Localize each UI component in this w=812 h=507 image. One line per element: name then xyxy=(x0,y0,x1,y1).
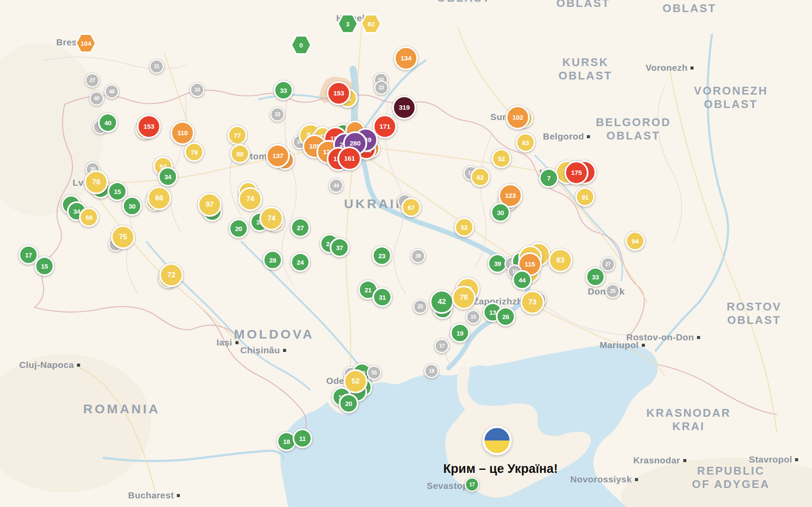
station-marker[interactable]: 74 xyxy=(238,187,262,211)
station-marker[interactable]: 161 xyxy=(337,146,362,171)
station-marker[interactable]: 153 xyxy=(327,81,351,105)
station-marker[interactable]: 73 xyxy=(520,290,544,314)
station-marker[interactable]: 3 xyxy=(337,13,359,35)
station-marker[interactable]: 80 xyxy=(230,144,250,164)
station-marker[interactable]: 30 xyxy=(122,196,142,216)
station-marker[interactable]: 10 xyxy=(190,82,205,97)
station-marker[interactable]: 20 xyxy=(339,393,359,413)
station-marker[interactable]: 55 xyxy=(367,365,381,380)
station-marker[interactable]: 15 xyxy=(466,310,481,324)
markers-layer: 1043127104040401531103820333350221344115… xyxy=(0,0,812,507)
station-marker[interactable]: 78 xyxy=(84,170,108,194)
station-marker[interactable]: 82 xyxy=(360,13,382,35)
station-marker[interactable]: 66 xyxy=(147,186,171,210)
station-marker[interactable]: 33 xyxy=(585,267,605,287)
station-marker[interactable]: 79 xyxy=(184,142,204,162)
station-marker[interactable]: 102 xyxy=(506,105,530,130)
crimea-slogan: Крим – це Україна! xyxy=(443,462,558,476)
station-marker[interactable]: 72 xyxy=(159,263,183,287)
station-marker[interactable]: 25 xyxy=(605,284,620,298)
station-marker[interactable]: 63 xyxy=(516,133,535,152)
station-marker[interactable]: 74 xyxy=(259,206,283,231)
station-marker[interactable]: 31 xyxy=(149,59,164,74)
station-marker[interactable]: 42 xyxy=(430,290,454,314)
station-marker[interactable]: 319 xyxy=(392,95,416,120)
station-marker[interactable]: 27 xyxy=(290,218,310,238)
station-marker[interactable]: 104 xyxy=(75,32,97,54)
station-marker[interactable]: 110 xyxy=(170,121,195,145)
station-marker[interactable]: 37 xyxy=(330,238,349,257)
station-marker[interactable]: 28 xyxy=(263,250,283,270)
station-marker[interactable]: 18 xyxy=(424,364,439,378)
air-quality-map[interactable]: OBLASTOBLASTLIPETSK OBLASTKURSK OBLASTVO… xyxy=(0,0,812,507)
ukraine-flag-marker[interactable] xyxy=(482,426,512,455)
station-marker[interactable]: 7 xyxy=(539,168,559,188)
station-marker[interactable]: 94 xyxy=(625,231,645,251)
station-marker[interactable]: 15 xyxy=(35,256,54,276)
station-marker[interactable]: 17 xyxy=(434,339,449,353)
station-marker[interactable]: 44 xyxy=(512,270,532,290)
station-marker[interactable]: 63 xyxy=(548,248,573,273)
station-marker[interactable]: 52 xyxy=(491,149,511,168)
station-marker[interactable]: 33 xyxy=(274,80,293,100)
station-marker[interactable]: 153 xyxy=(137,114,161,139)
station-marker[interactable]: 175 xyxy=(564,161,589,185)
station-marker[interactable]: 19 xyxy=(450,323,470,343)
station-marker[interactable]: 40 xyxy=(89,91,104,106)
station-marker[interactable]: 134 xyxy=(394,46,418,70)
station-marker[interactable]: 67 xyxy=(401,197,421,217)
station-marker[interactable]: 31 xyxy=(372,287,392,307)
station-marker[interactable]: 52 xyxy=(454,217,474,237)
station-marker[interactable]: 34 xyxy=(158,167,178,187)
station-marker[interactable]: 24 xyxy=(290,252,310,272)
station-marker[interactable]: 15 xyxy=(107,181,127,201)
station-marker[interactable]: 44 xyxy=(329,178,343,193)
station-marker[interactable]: 17 xyxy=(465,477,479,492)
station-marker[interactable]: 40 xyxy=(104,84,119,99)
station-marker[interactable]: 25 xyxy=(413,299,428,314)
station-marker[interactable]: 22 xyxy=(374,80,389,95)
station-marker[interactable]: 97 xyxy=(198,193,222,217)
station-marker[interactable]: 11 xyxy=(293,428,312,448)
station-marker[interactable]: 20 xyxy=(229,219,249,238)
station-marker[interactable]: 26 xyxy=(496,307,516,326)
station-marker[interactable]: 27 xyxy=(601,257,615,272)
station-marker[interactable]: 39 xyxy=(411,249,425,263)
station-marker[interactable]: 33 xyxy=(270,107,285,122)
station-marker[interactable]: 30 xyxy=(491,203,510,222)
station-marker[interactable]: 75 xyxy=(111,225,135,249)
station-marker[interactable]: 91 xyxy=(575,187,595,207)
station-marker[interactable]: 23 xyxy=(372,246,392,266)
station-marker[interactable]: 137 xyxy=(266,144,290,168)
station-marker[interactable]: 0 xyxy=(290,34,312,56)
station-marker[interactable]: 40 xyxy=(98,113,118,133)
station-marker[interactable]: 27 xyxy=(85,73,100,88)
station-marker[interactable]: 77 xyxy=(227,125,247,145)
station-marker[interactable]: 78 xyxy=(452,285,476,310)
station-marker[interactable]: 62 xyxy=(470,167,490,187)
station-marker[interactable]: 59 xyxy=(79,207,99,227)
